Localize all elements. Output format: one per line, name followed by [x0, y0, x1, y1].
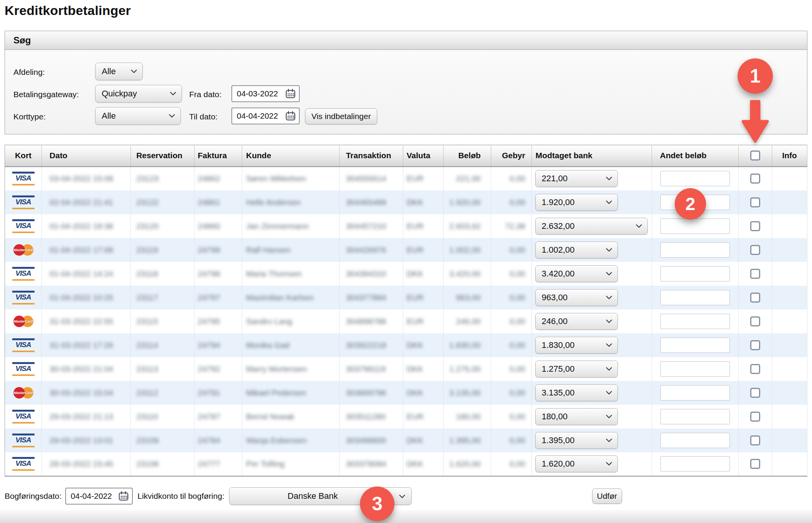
- dato-value: 01-04-2022 19:38: [50, 222, 113, 230]
- beloeb-value: 246,00: [456, 317, 480, 326]
- table-row: MasterCard 30-03-2022 15:04 23112 24791 …: [5, 381, 807, 405]
- beloeb-value: 1.620,00: [449, 459, 481, 468]
- andet-beloeb-input[interactable]: [660, 242, 730, 258]
- andet-beloeb-input[interactable]: [660, 409, 730, 424]
- chevron-down-icon: [606, 296, 612, 300]
- select-all-checkbox[interactable]: [750, 151, 760, 161]
- row-checkbox[interactable]: [750, 197, 760, 207]
- reservation-value: 23110: [136, 412, 158, 421]
- chevron-down-icon: [169, 114, 175, 118]
- dato-value: 01-04-2022 17:08: [50, 245, 113, 254]
- valuta-value: DKK: [406, 269, 423, 278]
- reservation-value: 23114: [136, 341, 158, 349]
- fra-dato-field: [231, 85, 300, 102]
- modtaget-bank-select[interactable]: 1.620,00: [535, 455, 618, 472]
- dato-value: 01-04-2022 10:25: [50, 293, 113, 302]
- dato-value: 30-03-2022 15:04: [50, 388, 113, 397]
- gebyr-value: 0,00: [510, 459, 525, 468]
- beloeb-value: 1.920,00: [449, 198, 481, 207]
- modtaget-bank-select[interactable]: 246,00: [535, 313, 618, 330]
- modtaget-bank-select[interactable]: 3.420,00: [535, 265, 618, 282]
- modtaget-bank-select[interactable]: 1.920,00: [535, 194, 618, 211]
- afdeling-select[interactable]: Alle: [95, 63, 143, 80]
- modtaget-bank-select[interactable]: 3.135,00: [535, 384, 618, 401]
- chevron-down-icon: [606, 343, 612, 347]
- beloeb-value: 2.603,62: [449, 222, 481, 230]
- col-header-reservation: Reservation: [131, 145, 195, 167]
- andet-beloeb-input[interactable]: [660, 361, 730, 377]
- faktura-value: 24777: [198, 459, 220, 468]
- row-checkbox[interactable]: [750, 316, 760, 326]
- page-title: Kreditkortbetalinger: [5, 3, 131, 18]
- transaktion-value: 304898788: [346, 317, 386, 326]
- modtaget-bank-select[interactable]: 1.830,00: [535, 337, 618, 354]
- transaktion-value: 304426976: [346, 245, 386, 254]
- visa-card-icon: VISA: [12, 290, 35, 305]
- row-checkbox[interactable]: [750, 245, 760, 255]
- info-cell: [772, 262, 807, 286]
- modtaget-bank-select[interactable]: 1.395,00: [535, 432, 618, 449]
- valuta-value: DKK: [406, 198, 423, 207]
- transaktion-value: 303378084: [346, 459, 386, 468]
- chevron-down-icon: [606, 319, 612, 323]
- chevron-down-icon: [606, 462, 612, 466]
- chevron-down-icon: [606, 177, 612, 180]
- modtaget-bank-select[interactable]: 1.275,00: [535, 361, 618, 377]
- calendar-icon[interactable]: [285, 111, 296, 121]
- til-dato-field: [231, 108, 300, 124]
- row-checkbox[interactable]: [750, 340, 760, 350]
- andet-beloeb-input[interactable]: [660, 218, 730, 234]
- modtaget-bank-select[interactable]: 2.632,00: [535, 218, 648, 235]
- gebyr-value: 0,00: [510, 388, 525, 397]
- row-checkbox[interactable]: [750, 412, 760, 422]
- udfoer-button[interactable]: Udfør: [592, 488, 622, 504]
- transaktion-value: 304377884: [346, 293, 386, 302]
- modtaget-bank-select[interactable]: 1.002,00: [535, 242, 618, 258]
- table-row: VISA 01-04-2022 10:25 23117 24797 Maximi…: [5, 286, 807, 309]
- valuta-value: EUR: [406, 412, 423, 421]
- fra-dato-label: Fra dato:: [189, 90, 221, 99]
- andet-beloeb-input[interactable]: [660, 433, 730, 448]
- kreditkortbetalinger-page: Kreditkortbetalinger Søg Afdeling: Alle …: [0, 0, 812, 523]
- row-checkbox[interactable]: [750, 174, 760, 184]
- visa-card-icon: VISA: [12, 433, 35, 448]
- row-checkbox[interactable]: [750, 435, 760, 445]
- faktura-value: 24862: [198, 174, 220, 183]
- gebyr-value: 0,00: [510, 245, 525, 254]
- afdeling-label: Afdeling:: [13, 68, 45, 77]
- fra-dato-input[interactable]: [237, 89, 282, 98]
- valuta-value: DKK: [406, 436, 423, 445]
- modtaget-bank-select[interactable]: 963,00: [535, 289, 618, 306]
- betalingsgateway-select[interactable]: Quickpay: [95, 85, 182, 103]
- row-checkbox[interactable]: [750, 459, 760, 469]
- calendar-icon[interactable]: [118, 491, 129, 501]
- row-checkbox[interactable]: [750, 293, 760, 303]
- bogfoeringsdato-input[interactable]: [71, 492, 116, 501]
- andet-beloeb-input[interactable]: [660, 385, 730, 401]
- beloeb-value: 3.135,00: [449, 388, 481, 397]
- modtaget-bank-select[interactable]: 180,00: [535, 408, 618, 425]
- andet-beloeb-input[interactable]: [660, 171, 730, 186]
- vis-indbetalinger-button[interactable]: Vis indbetalinger: [305, 108, 377, 124]
- row-checkbox[interactable]: [750, 221, 760, 231]
- valuta-value: EUR: [406, 245, 423, 254]
- mastercard-icon: MasterCard: [12, 386, 35, 400]
- andet-beloeb-input[interactable]: [660, 290, 730, 305]
- calendar-icon[interactable]: [285, 88, 296, 99]
- row-checkbox[interactable]: [750, 388, 760, 398]
- andet-beloeb-input[interactable]: [660, 314, 730, 329]
- andet-beloeb-input[interactable]: [660, 338, 730, 353]
- faktura-value: 24787: [198, 412, 220, 421]
- kunde-value: Per Tofting: [246, 459, 284, 468]
- korttype-select[interactable]: Alle: [95, 107, 181, 125]
- faktura-value: 24799: [198, 245, 220, 254]
- table-row: VISA 30-03-2022 21:04 23113 24792 Marry …: [5, 357, 807, 381]
- kunde-value: Bernd Nowak: [246, 412, 294, 421]
- modtaget-bank-select[interactable]: 221,00: [535, 170, 618, 187]
- row-checkbox[interactable]: [750, 269, 760, 279]
- andet-beloeb-input[interactable]: [660, 456, 730, 472]
- transaktion-value: 304465489: [346, 198, 386, 207]
- til-dato-input[interactable]: [237, 111, 282, 121]
- row-checkbox[interactable]: [750, 364, 760, 374]
- andet-beloeb-input[interactable]: [660, 266, 730, 281]
